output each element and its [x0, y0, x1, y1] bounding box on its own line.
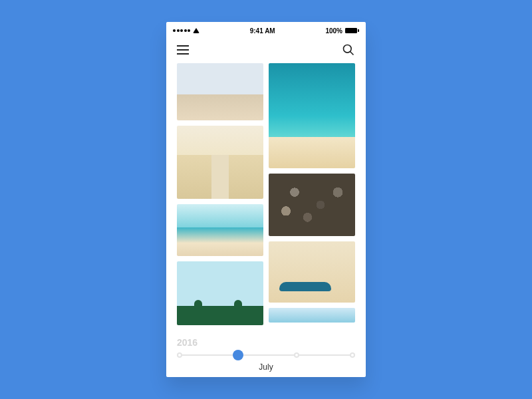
wifi-icon	[193, 28, 200, 33]
photo-card[interactable]	[177, 204, 263, 256]
timeline-stop[interactable]	[350, 352, 355, 358]
photo-card[interactable]	[269, 174, 355, 236]
timeline-year: 2016	[177, 337, 198, 348]
svg-line-1	[350, 52, 354, 55]
status-bar: 9:41 AM 100%	[166, 25, 366, 37]
photo-grid[interactable]	[166, 63, 366, 334]
timeline-stops	[177, 349, 355, 361]
menu-icon[interactable]	[177, 45, 189, 55]
svg-point-0	[344, 45, 352, 53]
timeline-stop[interactable]	[294, 352, 299, 358]
photo-card[interactable]	[269, 63, 355, 168]
battery-percent: 100%	[325, 27, 342, 35]
signal-dots-icon	[173, 29, 190, 32]
timeline-stop[interactable]	[177, 352, 182, 358]
phone-frame: 9:41 AM 100% 2016	[166, 22, 366, 377]
photo-card[interactable]	[177, 261, 263, 325]
navbar	[166, 37, 366, 63]
search-icon[interactable]	[342, 43, 355, 57]
battery-icon	[345, 28, 359, 33]
timeline-month: July	[166, 362, 366, 372]
photo-card[interactable]	[269, 241, 355, 303]
status-time: 9:41 AM	[250, 27, 275, 35]
grid-col-left	[177, 63, 263, 334]
timeline-stop-active[interactable]	[233, 350, 243, 360]
photo-card[interactable]	[269, 308, 355, 323]
photo-card[interactable]	[177, 63, 263, 120]
photo-card[interactable]	[177, 126, 263, 199]
timeline: 2016 July	[166, 334, 366, 377]
grid-col-right	[269, 63, 355, 334]
